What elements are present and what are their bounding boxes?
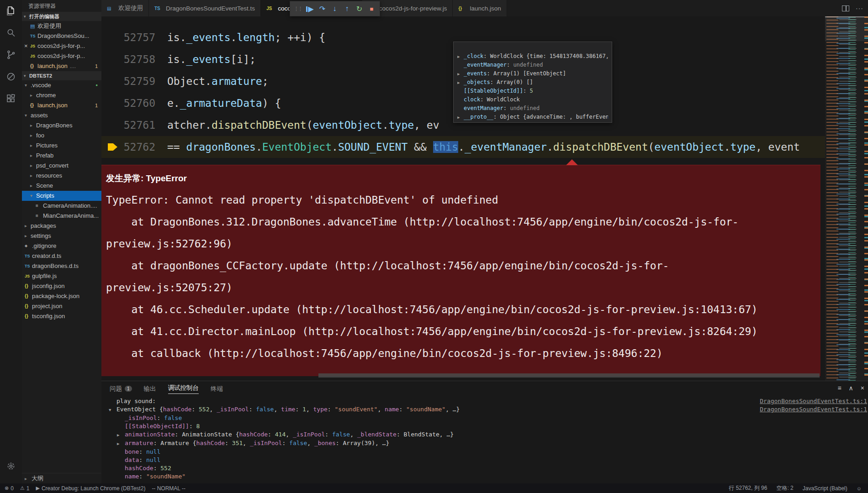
open-editor-item-launch-json[interactable]: {}launch.json....1 xyxy=(22,61,101,71)
tree-item-chrome[interactable]: ▸chrome xyxy=(22,90,101,100)
tab-dragonbonessoundeventtest-ts[interactable]: TSDragonBonesSoundEventTest.ts xyxy=(149,0,261,16)
hover-property-eventmanager[interactable]: eventManager: undefined xyxy=(457,104,608,113)
tree-item-package-lock-json[interactable]: {}package-lock.json xyxy=(22,291,101,301)
open-editor-item-dragonbonessou[interactable]: TSDragonBonesSou... xyxy=(22,31,101,41)
json-file-icon: {} xyxy=(30,100,37,110)
tab-item[interactable]: ▤欢迎使用 xyxy=(101,0,149,16)
tree-item-prefab[interactable]: ▸Prefab xyxy=(22,151,101,161)
stop-button[interactable]: ■ xyxy=(365,5,378,12)
expand-icon[interactable]: ▶ xyxy=(117,431,125,439)
step-into-button[interactable]: ↓ xyxy=(328,5,341,13)
open-editor-item-item[interactable]: ▤欢迎使用 xyxy=(22,21,101,31)
maximize-panel-icon[interactable]: ∧ xyxy=(849,384,853,392)
tab-launch-json[interactable]: {}launch.json xyxy=(453,0,507,16)
status-feedback[interactable]: ☺ xyxy=(857,486,862,491)
js-file-icon: JS xyxy=(30,51,37,61)
step-over-button[interactable]: ↷ xyxy=(316,5,328,13)
close-editor-icon[interactable]: × xyxy=(24,41,29,51)
search-icon[interactable] xyxy=(0,22,22,44)
settings-icon[interactable] xyxy=(0,455,22,477)
expand-icon[interactable]: ▶ xyxy=(457,79,464,87)
code-line-52762[interactable]: 52762== dragonBones.EventObject.SOUND_EV… xyxy=(101,136,825,158)
hover-property-clock[interactable]: clock: WorldClock xyxy=(457,95,608,104)
modified-dot-icon: ● xyxy=(95,80,98,90)
status-left: ⊗0⚠1▶Creator Debug: Launch Chrome (DBTes… xyxy=(0,485,185,492)
panel-actions: ≡∧× xyxy=(837,384,864,392)
close-panel-icon[interactable]: × xyxy=(861,384,864,392)
status-warnings[interactable]: ⚠1 xyxy=(20,485,30,492)
tree-item-scene[interactable]: ▸Scene xyxy=(22,181,101,191)
status-errors[interactable]: ⊗0 xyxy=(5,485,14,492)
drag-handle-icon[interactable]: ⋮⋮ xyxy=(292,6,304,12)
expand-icon[interactable]: ▶ xyxy=(457,113,464,121)
horizontal-scrollbar[interactable] xyxy=(318,373,820,378)
tree-item-launch-json[interactable]: {}launch.json1 xyxy=(22,100,101,110)
welcome-file-icon: ▤ xyxy=(30,21,37,31)
open-editor-item-cocos2d-js-for-p[interactable]: JScocos2d-js-for-p... xyxy=(22,51,101,61)
chevron-right-icon: ▸ xyxy=(30,90,36,100)
tree-item-dragonbones-d-ts[interactable]: TSdragonBones.d.ts xyxy=(22,261,101,271)
source-link[interactable]: DragonBonesSoundEventTest.ts:1 xyxy=(760,405,867,414)
expand-icon[interactable]: ▶ xyxy=(457,70,464,78)
status-debug-launch[interactable]: ▶Creator Debug: Launch Chrome (DBTest2) xyxy=(36,485,145,492)
ts-file-icon: TS xyxy=(25,261,32,271)
clear-console-icon[interactable]: ≡ xyxy=(837,384,841,392)
split-editor-icon[interactable] xyxy=(842,5,849,11)
panel-tab-item[interactable]: 调试控制台 xyxy=(168,384,199,394)
open-editor-item-cocos2d-js-for-p[interactable]: ×JScocos2d-js-for-p... xyxy=(22,41,101,51)
hover-property-objects[interactable]: ▶_objects: Array(0) [] xyxy=(457,78,608,87)
panel-tab-item[interactable]: 问题1 xyxy=(110,385,132,393)
tree-item-vscode[interactable]: ▾.vscode● xyxy=(22,80,101,90)
tree-item-dragonbones[interactable]: ▸DragonBones xyxy=(22,121,101,131)
tree-item-tsconfig-json[interactable]: {}tsconfig.json xyxy=(22,311,101,321)
status-language-mode[interactable]: JavaScript (Babel) xyxy=(803,485,847,492)
tree-item-packages[interactable]: ▸packages xyxy=(22,221,101,231)
tree-item-creator-d-ts[interactable]: TScreator.d.ts xyxy=(22,251,101,261)
tree-item-gulpfile-js[interactable]: JSgulpfile.js xyxy=(22,271,101,281)
debug-hover-rows: ▶_clock: WorldClock {time: 1548137408.38… xyxy=(457,52,608,121)
source-control-icon[interactable] xyxy=(0,44,22,66)
status-indentation[interactable]: 空格: 2 xyxy=(776,484,793,492)
tree-item-resources[interactable]: ▸resources xyxy=(22,171,101,181)
debug-icon[interactable] xyxy=(0,66,22,88)
json2-file-icon: {} xyxy=(25,291,32,301)
continue-button[interactable]: ▶ xyxy=(304,5,316,13)
outline-section[interactable]: ▸ 大纲 xyxy=(22,473,101,483)
more-actions-icon[interactable]: ··· xyxy=(856,5,863,12)
hover-property-proto[interactable]: ▶__proto__: Object {advanceTime: , buffe… xyxy=(457,113,608,121)
expand-icon[interactable]: ▶ xyxy=(457,52,464,61)
status-cursor-position[interactable]: 行 52762, 列 96 xyxy=(729,484,767,492)
tree-item-gitignore[interactable]: ◆.gitignore xyxy=(22,241,101,251)
tree-item-miancameraanima[interactable]: ≡MianCameraAnima... xyxy=(22,211,101,221)
file-tree: ▾.vscode●▸chrome{}launch.json1▾assets▸Dr… xyxy=(22,80,101,321)
hover-property-events[interactable]: ▶_events: Array(1) [EventObject] xyxy=(457,69,608,78)
tree-item-project-json[interactable]: {}project.json xyxy=(22,301,101,311)
tree-item-settings[interactable]: ▸settings xyxy=(22,231,101,241)
hover-property-eventmanager[interactable]: _eventManager: undefined xyxy=(457,61,608,69)
tree-item-assets[interactable]: ▾assets xyxy=(22,110,101,121)
hover-property-clock[interactable]: ▶_clock: WorldClock {time: 1548137408.38… xyxy=(457,52,608,61)
tree-item-pictures[interactable]: ▸Pictures xyxy=(22,141,101,151)
explorer-icon[interactable] xyxy=(0,0,22,22)
explorer-sidebar: 资源管理器 打开的编辑器 ▤欢迎使用TSDragonBonesSou...×JS… xyxy=(22,0,101,483)
tree-item-psd-convert[interactable]: ▸psd_convert xyxy=(22,161,101,171)
panel-tab-item[interactable]: 输出 xyxy=(144,385,156,393)
tree-item-cameraanimation[interactable]: ≡CameraAnimation.... xyxy=(22,201,101,211)
minimap-viewport[interactable] xyxy=(825,16,868,41)
workspace-folder-header[interactable]: DBTEST2 xyxy=(22,71,101,80)
tree-item-foo[interactable]: ▸foo xyxy=(22,131,101,141)
tree-item-scripts[interactable]: ▾Scripts xyxy=(22,191,101,201)
hover-property-stableobjectid[interactable]: [[StableObjectId]]: 5 xyxy=(457,87,608,95)
extensions-icon[interactable] xyxy=(0,88,22,110)
panel-tab-item[interactable]: 终端 xyxy=(211,385,223,393)
open-editors-header[interactable]: 打开的编辑器 xyxy=(22,12,101,21)
expand-icon[interactable]: ▼ xyxy=(109,406,116,414)
restart-button[interactable]: ↻ xyxy=(353,5,365,13)
debug-console[interactable]: play sound:DragonBonesSoundEventTest.ts:… xyxy=(101,397,868,484)
step-out-button[interactable]: ↑ xyxy=(341,5,353,13)
source-link[interactable]: DragonBonesSoundEventTest.ts:1 xyxy=(760,397,867,405)
expand-icon[interactable]: ▶ xyxy=(117,440,125,448)
minimap[interactable] xyxy=(825,16,868,381)
tree-item-jsconfig-json[interactable]: {}jsconfig.json xyxy=(22,281,101,291)
status-vim-mode[interactable]: -- NORMAL -- xyxy=(152,485,185,492)
